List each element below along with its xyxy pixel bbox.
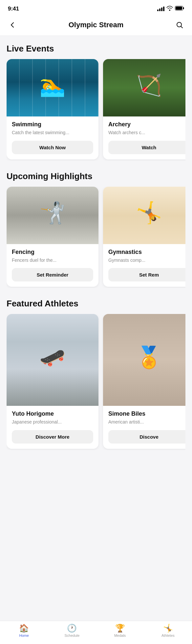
gymnastics-desc: Gymnasts comp... [108, 257, 185, 264]
archery-watch-button[interactable]: Watch [108, 141, 185, 154]
live-events-section: Live Events Swimming Catch the latest sw… [0, 36, 192, 163]
yuto-name: Yuto Horigome [12, 410, 93, 417]
live-events-cards: Swimming Catch the latest swimming... Wa… [7, 59, 185, 161]
svg-rect-2 [183, 7, 184, 9]
archery-card: Archery Watch archers c... Watch [103, 59, 185, 159]
simone-card-body: Simone Biles American artisti... Discove [103, 406, 185, 449]
fencing-image [7, 187, 98, 244]
yuto-image [7, 314, 98, 406]
swimming-desc: Catch the latest swimming... [12, 130, 93, 136]
gymnastics-reminder-button[interactable]: Set Rem [108, 268, 185, 281]
yuto-desc: Japanese professional... [12, 419, 93, 426]
status-icons [157, 6, 184, 12]
gymnastics-image [103, 187, 185, 244]
bottom-nav: 🏠 Home 🕐 Schedule 🏆 Medals 🤸 Athletes [0, 621, 192, 644]
battery-icon [175, 6, 184, 12]
athletes-icon: 🤸 [163, 624, 173, 632]
archery-image [103, 59, 185, 116]
status-time: 9:41 [8, 6, 19, 12]
home-icon: 🏠 [19, 624, 29, 632]
wifi-icon [166, 6, 173, 12]
gymnastics-card-body: Gymnastics Gymnasts comp... Set Rem [103, 244, 185, 287]
status-bar: 9:41 [0, 0, 192, 16]
swimming-name: Swimming [12, 121, 93, 128]
fencing-card-body: Fencing Fencers duel for the... Set Remi… [7, 244, 98, 287]
swimming-watch-button[interactable]: Watch Now [12, 141, 93, 154]
fencing-desc: Fencers duel for the... [12, 257, 93, 264]
back-button[interactable] [7, 19, 18, 31]
header: Olympic Stream [0, 16, 192, 36]
featured-athletes-cards: Yuto Horigome Japanese professional... D… [7, 314, 185, 450]
page-title: Olympic Stream [18, 21, 174, 29]
yuto-card: Yuto Horigome Japanese professional... D… [7, 314, 98, 449]
nav-home-label: Home [19, 634, 29, 637]
nav-medals-label: Medals [114, 634, 126, 637]
simone-name: Simone Biles [108, 410, 185, 417]
featured-athletes-title: Featured Athletes [7, 299, 185, 309]
archery-name: Archery [108, 121, 185, 128]
main-content: Live Events Swimming Catch the latest sw… [0, 36, 192, 486]
svg-rect-1 [176, 7, 182, 10]
swimming-image [7, 59, 98, 116]
archery-card-body: Archery Watch archers c... Watch [103, 116, 185, 159]
swimming-card: Swimming Catch the latest swimming... Wa… [7, 59, 98, 159]
fencing-name: Fencing [12, 249, 93, 256]
gymnastics-name: Gymnastics [108, 249, 185, 256]
nav-athletes-label: Athletes [161, 634, 175, 637]
featured-athletes-section: Featured Athletes Yuto Horigome Japanese… [0, 291, 192, 453]
fencing-reminder-button[interactable]: Set Reminder [12, 268, 93, 281]
swimming-card-body: Swimming Catch the latest swimming... Wa… [7, 116, 98, 159]
upcoming-highlights-cards: Fencing Fencers duel for the... Set Remi… [7, 187, 185, 288]
live-events-title: Live Events [7, 44, 185, 54]
simone-discover-button[interactable]: Discove [108, 430, 185, 444]
yuto-card-body: Yuto Horigome Japanese professional... D… [7, 406, 98, 449]
nav-medals[interactable]: 🏆 Medals [110, 624, 130, 637]
nav-schedule[interactable]: 🕐 Schedule [62, 624, 82, 637]
simone-card: Simone Biles American artisti... Discove [103, 314, 185, 449]
upcoming-highlights-title: Upcoming Highlights [7, 171, 185, 181]
nav-schedule-label: Schedule [64, 634, 79, 637]
simone-desc: American artisti... [108, 419, 185, 426]
signal-icon [157, 7, 164, 11]
medals-icon: 🏆 [115, 624, 125, 632]
archery-desc: Watch archers c... [108, 130, 185, 136]
schedule-icon: 🕐 [67, 624, 77, 632]
search-button[interactable] [174, 19, 185, 31]
upcoming-highlights-section: Upcoming Highlights Fencing Fencers duel… [0, 163, 192, 291]
gymnastics-card: Gymnastics Gymnasts comp... Set Rem [103, 187, 185, 287]
simone-image [103, 314, 185, 406]
fencing-card: Fencing Fencers duel for the... Set Remi… [7, 187, 98, 287]
yuto-discover-button[interactable]: Discover More [12, 430, 93, 444]
nav-athletes[interactable]: 🤸 Athletes [158, 624, 178, 637]
nav-home[interactable]: 🏠 Home [14, 624, 34, 637]
